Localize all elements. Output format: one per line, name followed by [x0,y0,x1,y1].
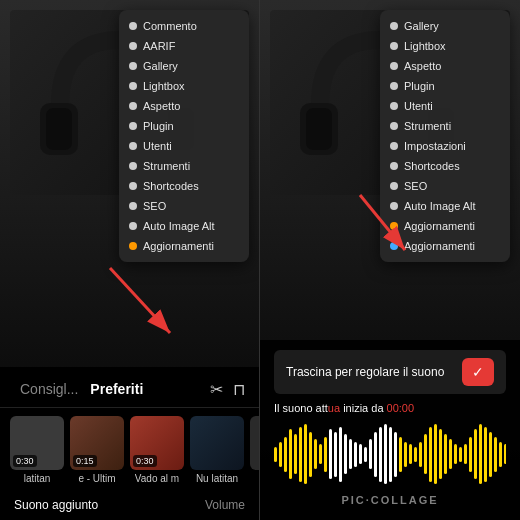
bookmark-icon[interactable]: ⊓ [233,380,245,399]
menu-item-label: Impostazioni [404,140,466,152]
svg-rect-1 [46,108,72,150]
waveform-bar [279,442,282,467]
menu-item-label: Utenti [404,100,433,112]
menu-item-aspetto-r[interactable]: Aspetto [380,56,510,76]
sound-info-mid: ua [328,402,340,414]
dot [390,102,398,110]
track-item[interactable]: 0:15 e - Ultim [70,416,124,484]
menu-item-label: Strumenti [143,160,190,172]
menu-item-label: Strumenti [404,120,451,132]
waveform-bar [419,442,422,467]
menu-item-utenti-r[interactable]: Utenti [380,96,510,116]
waveform-bar [314,439,317,469]
waveform-bar [374,432,377,477]
menu-item-commentato[interactable]: Commento [119,16,249,36]
waveform-bar [484,427,487,482]
menu-item-shortcodes-r[interactable]: Shortcodes [380,156,510,176]
waveform-bar [429,427,432,482]
menu-item-gallery[interactable]: Gallery [119,56,249,76]
menu-item-auto-image[interactable]: Auto Image Alt [119,216,249,236]
track-item[interactable]: 0:30 Vado al m [130,416,184,484]
dot [390,162,398,170]
waveform-bar [379,427,382,482]
waveform-bar [364,447,367,462]
menu-item-plugin-r[interactable]: Plugin [380,76,510,96]
menu-item-label: Aspetto [143,100,180,112]
dot [390,82,398,90]
waveform-bar [399,437,402,472]
waveform-bar [284,437,287,472]
dropdown-menu-left: Commento AARIF Gallery Lightbox Aspetto … [119,10,249,262]
sound-info-text2: inizia da [343,402,383,414]
track-name: Nu latitan [196,473,238,484]
waveform-bar [344,434,347,474]
waveform-bar [274,447,277,462]
track-name: e - Ultim [78,473,115,484]
menu-item-label: Lightbox [404,40,446,52]
track-item[interactable]: 0:30 latitan [10,416,64,484]
bottom-bar-left: Consigl... Preferiti ✂ ⊓ 0:30 latitan 0:… [0,367,259,520]
menu-item-label: Gallery [143,60,178,72]
menu-item-label: Shortcodes [143,180,199,192]
sound-info-text: Il suono att [274,402,328,414]
menu-item-aggiornamenti[interactable]: Aggiornamenti [119,236,249,256]
menu-item-label: AARIF [143,40,175,52]
sound-info-row: Il suono attua inizia da 00:00 [274,402,506,414]
drag-hint-bar: Trascina per regolare il suono ✓ [274,350,506,394]
menu-item-strumenti-r[interactable]: Strumenti [380,116,510,136]
waveform-bar [299,427,302,482]
dot [390,142,398,150]
svg-line-11 [360,195,405,250]
waveform-bar [434,424,437,484]
menu-item-label: Aspetto [404,60,441,72]
sound-row: Suono aggiunto Volume [0,492,259,520]
waveform-bar [384,424,387,484]
confirm-button[interactable]: ✓ [462,358,494,386]
waveform-bar [454,444,457,464]
waveform-bar [479,424,482,484]
dot [390,22,398,30]
tracks-row: 0:30 latitan 0:15 e - Ultim 0:30 Vado al… [0,408,259,492]
waveform-bar [444,434,447,474]
menu-item-plugin[interactable]: Plugin [119,116,249,136]
menu-item-seo[interactable]: SEO [119,196,249,216]
dot [390,42,398,50]
waveform-bar [439,429,442,479]
dot [129,142,137,150]
waveform-bar [414,447,417,462]
piccollage-label: PIC·COLLAGE [274,494,506,506]
track-thumbnail [250,416,259,470]
drag-hint-text: Trascina per regolare il suono [286,365,444,379]
dot [129,222,137,230]
menu-item-impostazioni-r[interactable]: Impostazioni [380,136,510,156]
menu-item-utenti[interactable]: Utenti [119,136,249,156]
track-name: Vado al m [135,473,179,484]
waveform-bar [294,434,297,474]
scissors-icon[interactable]: ✂ [210,380,223,399]
waveform-bar [469,437,472,472]
track-item[interactable]: Nu latitan [190,416,244,484]
dot [129,202,137,210]
menu-item-strumenti[interactable]: Strumenti [119,156,249,176]
menu-item-aarir[interactable]: AARIF [119,36,249,56]
volume-label: Volume [205,498,245,512]
menu-item-label: Gallery [404,20,439,32]
svg-line-5 [110,268,170,333]
waveform-bar [474,429,477,479]
track-item[interactable]: Don [250,416,259,484]
menu-item-gallery-r[interactable]: Gallery [380,16,510,36]
track-thumbnail: 0:15 [70,416,124,470]
menu-item-label: Auto Image Alt [143,220,215,232]
menu-item-lightbox[interactable]: Lightbox [119,76,249,96]
dot [129,102,137,110]
waveform-bar [394,432,397,477]
waveform-bar [499,442,502,467]
tab-preferiti[interactable]: Preferiti [84,379,149,399]
menu-item-shortcodes[interactable]: Shortcodes [119,176,249,196]
track-duration: 0:30 [13,455,37,467]
menu-item-lightbox-r[interactable]: Lightbox [380,36,510,56]
tab-consigliati[interactable]: Consigl... [14,379,84,399]
menu-item-aspetto[interactable]: Aspetto [119,96,249,116]
waveform-bar [329,429,332,479]
waveform-bar [349,439,352,469]
